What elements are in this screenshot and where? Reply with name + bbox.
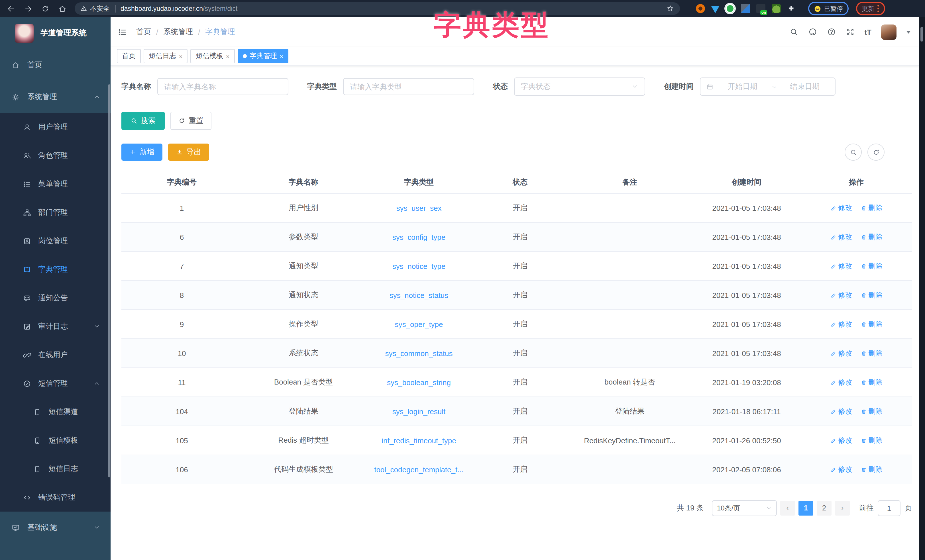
forward-icon[interactable] xyxy=(24,4,33,13)
edit-link[interactable]: 修改 xyxy=(830,406,852,416)
avatar-caret-icon[interactable] xyxy=(906,30,911,33)
close-icon[interactable]: × xyxy=(179,53,183,60)
edit-link[interactable]: 修改 xyxy=(830,435,852,445)
goto-page-input[interactable] xyxy=(878,500,901,516)
sidebar-item-dept-mgmt[interactable]: 部门管理 xyxy=(0,198,111,227)
github-icon[interactable] xyxy=(808,27,817,36)
sidebar-item-infrastructure[interactable]: 基础设施 xyxy=(0,512,111,543)
dict-type-link[interactable]: sys_boolean_string xyxy=(387,378,451,387)
tab-sms-log[interactable]: 短信日志× xyxy=(144,49,188,63)
extension-gem-icon[interactable] xyxy=(711,6,719,13)
dict-type-link[interactable]: sys_oper_type xyxy=(395,320,443,328)
dict-name-input[interactable] xyxy=(157,78,288,95)
dict-type-link[interactable]: sys_user_sex xyxy=(396,204,442,212)
edit-link[interactable]: 修改 xyxy=(830,261,852,271)
avatar[interactable] xyxy=(881,24,896,39)
help-icon[interactable] xyxy=(827,27,836,36)
page-size-select[interactable]: 10条/页 xyxy=(712,500,777,516)
dict-type-link[interactable]: sys_login_result xyxy=(392,407,445,415)
browser-menu-dots-icon[interactable] xyxy=(877,5,880,12)
sidebar-item-online-users[interactable]: 在线用户 xyxy=(0,341,111,369)
back-icon[interactable] xyxy=(7,4,15,13)
close-icon[interactable]: × xyxy=(280,53,283,60)
dict-type-link[interactable]: sys_notice_status xyxy=(390,291,449,300)
delete-link[interactable]: 删除 xyxy=(860,435,883,445)
close-icon[interactable]: × xyxy=(226,53,230,60)
breadcrumb-system[interactable]: 系统管理 xyxy=(163,27,193,37)
fullscreen-icon[interactable] xyxy=(845,27,855,36)
tab-home[interactable]: 首页 xyxy=(117,49,141,63)
sidebar-item-dict-mgmt[interactable]: 字典管理 xyxy=(0,255,111,284)
extension-grid-icon[interactable] xyxy=(741,4,750,13)
delete-link[interactable]: 删除 xyxy=(860,465,883,474)
dict-type-link[interactable]: sys_config_type xyxy=(392,233,445,241)
dict-type-link[interactable]: sys_notice_type xyxy=(392,262,445,270)
add-button[interactable]: 新增 xyxy=(121,143,163,161)
sidebar-item-role-mgmt[interactable]: 角色管理 xyxy=(0,141,111,170)
dict-type-link[interactable]: tool_codegen_template_t... xyxy=(374,465,464,474)
app-logo-row[interactable]: 芋道管理系统 xyxy=(0,17,111,49)
page-button-2[interactable]: 2 xyxy=(817,501,832,516)
delete-link[interactable]: 删除 xyxy=(860,348,883,358)
browser-update-button[interactable]: 更新 xyxy=(856,2,885,15)
extension-plant-icon[interactable] xyxy=(772,4,781,13)
sidebar-item-post-mgmt[interactable]: 岗位管理 xyxy=(0,227,111,255)
delete-link[interactable]: 删除 xyxy=(860,378,883,387)
search-icon[interactable] xyxy=(789,27,798,36)
window-scrollbar-thumb[interactable] xyxy=(920,27,923,42)
sidebar-item-user-mgmt[interactable]: 用户管理 xyxy=(0,113,111,141)
sidebar-item-audit-log[interactable]: 审计日志 xyxy=(0,312,111,341)
next-page-button[interactable]: › xyxy=(835,501,850,516)
sidebar-item-menu-mgmt[interactable]: 菜单管理 xyxy=(0,170,111,198)
font-size-icon[interactable]: tT xyxy=(864,28,871,36)
refresh-table-button[interactable] xyxy=(868,143,884,161)
delete-link[interactable]: 删除 xyxy=(860,319,883,329)
extension-green-icon[interactable] xyxy=(726,4,735,13)
hamburger-icon[interactable] xyxy=(118,27,127,37)
sidebar-item-sms-mgmt[interactable]: 短信管理 xyxy=(0,369,111,397)
reload-icon[interactable] xyxy=(41,4,50,13)
delete-link[interactable]: 删除 xyxy=(860,232,883,242)
date-range-picker[interactable]: 开始日期 ~ 结束日期 xyxy=(700,77,836,96)
tab-sms-template[interactable]: 短信模板× xyxy=(191,49,235,63)
edit-link[interactable]: 修改 xyxy=(830,378,852,387)
delete-link[interactable]: 删除 xyxy=(860,203,883,213)
breadcrumb-home[interactable]: 首页 xyxy=(136,27,151,37)
edit-link[interactable]: 修改 xyxy=(830,232,852,242)
sidebar-scrollbar[interactable] xyxy=(108,84,110,477)
delete-link[interactable]: 删除 xyxy=(860,290,883,300)
prev-page-button[interactable]: ‹ xyxy=(780,501,795,516)
dict-type-link[interactable]: inf_redis_timeout_type xyxy=(381,436,456,445)
edit-link[interactable]: 修改 xyxy=(830,290,852,300)
sidebar-item-notice-mgmt[interactable]: 通知公告 xyxy=(0,284,111,312)
sidebar-item-home[interactable]: 首页 xyxy=(0,49,111,81)
tab-dict-mgmt[interactable]: 字典管理× xyxy=(238,49,289,63)
search-button[interactable]: 搜索 xyxy=(121,111,165,130)
delete-link[interactable]: 删除 xyxy=(860,406,883,416)
sidebar-item-system-mgmt[interactable]: 系统管理 xyxy=(0,81,111,113)
paused-extension-pill[interactable]: 已暂停 xyxy=(808,2,849,15)
delete-link[interactable]: 删除 xyxy=(860,261,883,271)
edit-link[interactable]: 修改 xyxy=(830,465,852,474)
app-logo xyxy=(15,24,34,42)
show-search-button[interactable] xyxy=(845,143,862,161)
export-button[interactable]: 导出 xyxy=(168,143,209,161)
sidebar-item-error-code-mgmt[interactable]: 错误码管理 xyxy=(0,483,111,512)
edit-link[interactable]: 修改 xyxy=(830,348,852,358)
dict-type-input[interactable] xyxy=(343,78,474,95)
sidebar-item-sms-log[interactable]: 短信日志 xyxy=(0,455,111,483)
url-bar[interactable]: 不安全 dashboard.yudao.iocoder.cn/system/di… xyxy=(75,2,680,15)
sidebar-item-sms-channel[interactable]: 短信渠道 xyxy=(0,397,111,426)
extensions-puzzle-icon[interactable] xyxy=(787,4,795,13)
bookmark-star-icon[interactable] xyxy=(666,5,674,12)
status-select[interactable]: 字典状态 xyxy=(514,77,645,96)
extension-orange-icon[interactable] xyxy=(696,4,705,13)
sidebar-item-sms-template[interactable]: 短信模板 xyxy=(0,426,111,455)
reset-button[interactable]: 重置 xyxy=(170,111,211,130)
dict-type-link[interactable]: sys_common_status xyxy=(385,349,453,357)
page-button-1[interactable]: 1 xyxy=(798,501,813,516)
home-nav-icon[interactable] xyxy=(58,4,67,13)
edit-link[interactable]: 修改 xyxy=(830,203,852,213)
extension-proxy-icon[interactable]: on xyxy=(756,4,765,13)
edit-link[interactable]: 修改 xyxy=(830,319,852,329)
